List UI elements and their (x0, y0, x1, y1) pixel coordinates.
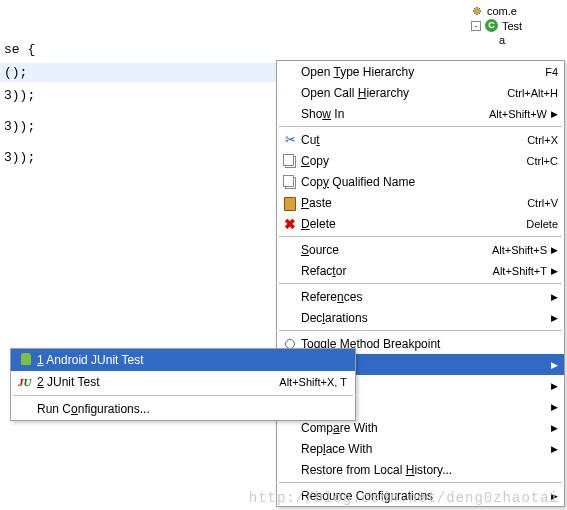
menu-item-icon-slot (279, 175, 301, 189)
menu-item-shortcut: Ctrl+C (527, 155, 558, 167)
menu-item-shortcut: F4 (545, 66, 558, 78)
context-menu-item[interactable]: ✂CutCtrl+X (277, 129, 564, 150)
context-menu: Open Type HierarchyF4Open Call Hierarchy… (276, 60, 565, 507)
menu-item-label: Source (301, 243, 492, 257)
outline-member[interactable]: a (471, 33, 563, 47)
menu-item-icon-slot (15, 353, 37, 367)
paste-icon (283, 196, 297, 210)
context-menu-separator (279, 330, 562, 331)
menu-item-shortcut: Alt+Shift+S (492, 244, 547, 256)
menu-item-icon-slot: ✖ (279, 216, 301, 232)
context-menu-item[interactable]: CopyCtrl+C (277, 150, 564, 171)
submenu-separator (13, 395, 353, 396)
menu-item-label: Copy Qualified Name (301, 175, 558, 189)
menu-item-label: Restore from Local History... (301, 463, 558, 477)
code-line: se { (0, 40, 410, 59)
cut-icon: ✂ (285, 132, 296, 147)
menu-item-icon-slot (279, 154, 301, 168)
context-menu-item[interactable]: References▶ (277, 286, 564, 307)
context-menu-item[interactable]: Show InAlt+Shift+W▶ (277, 103, 564, 124)
menu-item-icon-slot: JU (15, 376, 37, 388)
context-menu-item[interactable]: PasteCtrl+V (277, 192, 564, 213)
class-icon: C (485, 19, 498, 32)
package-icon (471, 5, 483, 17)
submenu-arrow-icon: ▶ (547, 381, 558, 391)
menu-item-label: Compare With (301, 421, 547, 435)
menu-item-label: Open Call Hierarchy (301, 86, 507, 100)
menu-item-label: Refactor (301, 264, 493, 278)
menu-item-shortcut: Alt+Shift+X, T (279, 376, 347, 388)
watermark: http://blog.csdn.net/deng0zhaotai (249, 490, 559, 506)
context-menu-item[interactable]: SourceAlt+Shift+S▶ (277, 239, 564, 260)
submenu-arrow-icon: ▶ (547, 313, 558, 323)
outline-class[interactable]: - C Test (471, 18, 563, 33)
context-menu-item[interactable]: Open Type HierarchyF4 (277, 61, 564, 82)
menu-item-label: Run Configurations... (37, 402, 347, 416)
delete-icon: ✖ (284, 216, 296, 232)
submenu-arrow-icon: ▶ (547, 360, 558, 370)
menu-item-shortcut: Alt+Shift+W (489, 108, 547, 120)
menu-item-label: Declarations (301, 311, 547, 325)
submenu-item[interactable]: 1 Android JUnit Test (11, 349, 355, 371)
menu-item-label: References (301, 290, 547, 304)
menu-item-label: Replace With (301, 442, 547, 456)
copy-qualified-icon (283, 175, 297, 189)
context-menu-item[interactable]: Restore from Local History... (277, 459, 564, 480)
menu-item-label: Paste (301, 196, 527, 210)
submenu-arrow-icon: ▶ (547, 245, 558, 255)
outline-label: com.e (487, 5, 517, 17)
outline-label: a (499, 34, 505, 46)
menu-item-icon-slot: ✂ (279, 132, 301, 147)
outline-package[interactable]: com.e (471, 4, 563, 18)
context-menu-item[interactable]: Replace With▶ (277, 438, 564, 459)
collapse-icon[interactable]: - (471, 21, 481, 31)
android-junit-icon (19, 353, 33, 367)
copy-icon (283, 154, 297, 168)
menu-item-label: 2 JUnit Test (37, 375, 279, 389)
context-menu-separator (279, 482, 562, 483)
context-menu-item[interactable]: Copy Qualified Name (277, 171, 564, 192)
menu-item-label: Show In (301, 107, 489, 121)
submenu-arrow-icon: ▶ (547, 292, 558, 302)
outline-panel: com.e - C Test a (467, 0, 567, 60)
menu-item-label: Cut (301, 133, 527, 147)
submenu-arrow-icon: ▶ (547, 402, 558, 412)
menu-item-shortcut: Ctrl+X (527, 134, 558, 146)
context-menu-separator (279, 283, 562, 284)
context-menu-item[interactable]: Declarations▶ (277, 307, 564, 328)
submenu-arrow-icon: ▶ (547, 266, 558, 276)
menu-item-icon-slot (279, 339, 301, 349)
menu-item-shortcut: Delete (526, 218, 558, 230)
breakpoint-icon (285, 339, 295, 349)
menu-item-shortcut: Alt+Shift+T (493, 265, 547, 277)
junit-icon: JU (18, 376, 34, 388)
context-menu-item[interactable]: RefactorAlt+Shift+T▶ (277, 260, 564, 281)
menu-item-label: 1 Android JUnit Test (37, 353, 347, 367)
outline-label: Test (502, 20, 522, 32)
submenu-item[interactable]: Run Configurations... (11, 398, 355, 420)
context-menu-item[interactable]: ✖DeleteDelete (277, 213, 564, 234)
menu-item-label: Delete (301, 217, 526, 231)
menu-item-shortcut: Ctrl+V (527, 197, 558, 209)
submenu-item[interactable]: JU2 JUnit TestAlt+Shift+X, T (11, 371, 355, 393)
submenu-arrow-icon: ▶ (547, 109, 558, 119)
context-menu-item[interactable]: Open Call HierarchyCtrl+Alt+H (277, 82, 564, 103)
context-menu-separator (279, 126, 562, 127)
menu-item-icon-slot (279, 196, 301, 210)
menu-item-label: Copy (301, 154, 527, 168)
menu-item-label: Open Type Hierarchy (301, 65, 545, 79)
run-as-submenu: 1 Android JUnit TestJU2 JUnit TestAlt+Sh… (10, 348, 356, 421)
context-menu-separator (279, 236, 562, 237)
menu-item-shortcut: Ctrl+Alt+H (507, 87, 558, 99)
submenu-arrow-icon: ▶ (547, 423, 558, 433)
submenu-arrow-icon: ▶ (547, 444, 558, 454)
